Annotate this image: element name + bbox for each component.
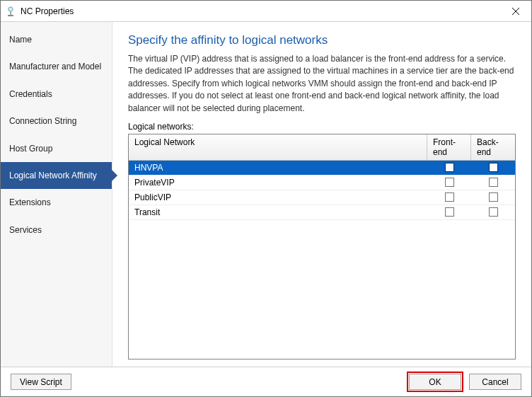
- back-end-checkbox[interactable]: [489, 178, 498, 187]
- window-title: NC Properties: [21, 6, 499, 16]
- sidebar: NameManufacturer and ModelCredentialsCon…: [1, 22, 112, 367]
- back-end-cell: [471, 163, 515, 172]
- app-icon: [5, 6, 16, 17]
- svg-rect-1: [10, 11, 11, 15]
- ok-button[interactable]: OK: [409, 374, 461, 390]
- titlebar: NC Properties: [1, 1, 531, 22]
- grid-header: Logical Network Front-end Back-end: [129, 134, 515, 161]
- sidebar-item-manufacturer-and-model[interactable]: Manufacturer and Model: [1, 53, 112, 80]
- body: NameManufacturer and ModelCredentialsCon…: [1, 22, 531, 367]
- back-end-checkbox[interactable]: [489, 192, 498, 202]
- list-label: Logical networks:: [128, 122, 516, 132]
- col-header-logical-network[interactable]: Logical Network: [129, 134, 427, 160]
- page-description: The virtual IP (VIP) address that is ass…: [128, 53, 516, 115]
- table-row[interactable]: PrivateVIP: [129, 176, 515, 190]
- front-end-checkbox[interactable]: [445, 192, 454, 202]
- sidebar-item-logical-network-affinity[interactable]: Logical Network Affinity: [1, 162, 112, 189]
- table-row[interactable]: HNVPA: [129, 161, 515, 176]
- col-header-front-end[interactable]: Front-end: [427, 134, 471, 160]
- back-end-cell: [471, 178, 515, 187]
- sidebar-item-extensions[interactable]: Extensions: [1, 189, 112, 216]
- row-name: HNVPA: [129, 163, 427, 173]
- svg-rect-2: [8, 15, 13, 16]
- front-end-checkbox[interactable]: [445, 163, 454, 172]
- row-name: PublicVIP: [129, 192, 427, 202]
- back-end-checkbox[interactable]: [489, 163, 498, 172]
- sidebar-item-host-group[interactable]: Host Group: [1, 135, 112, 162]
- sidebar-item-name[interactable]: Name: [1, 26, 112, 53]
- back-end-cell: [471, 192, 515, 202]
- table-row[interactable]: PublicVIP: [129, 190, 515, 205]
- col-header-back-end[interactable]: Back-end: [471, 134, 515, 160]
- back-end-cell: [471, 207, 515, 217]
- cancel-button[interactable]: Cancel: [469, 374, 521, 390]
- front-end-checkbox[interactable]: [445, 178, 454, 187]
- back-end-checkbox[interactable]: [489, 207, 498, 217]
- svg-point-0: [8, 6, 13, 11]
- table-row[interactable]: Transit: [129, 205, 515, 220]
- ok-highlight-ring: OK: [407, 372, 463, 392]
- page-heading: Specify the affinity to logical networks: [128, 33, 516, 47]
- front-end-cell: [427, 192, 471, 202]
- sidebar-item-services[interactable]: Services: [1, 217, 112, 243]
- front-end-checkbox[interactable]: [445, 207, 454, 217]
- front-end-cell: [427, 207, 471, 217]
- sidebar-item-credentials[interactable]: Credentials: [1, 81, 112, 108]
- close-icon: [512, 8, 519, 15]
- footer: View Script OK Cancel: [1, 367, 531, 396]
- grid-body: HNVPAPrivateVIPPublicVIPTransit: [129, 161, 515, 359]
- front-end-cell: [427, 178, 471, 187]
- window-root: NC Properties NameManufacturer and Model…: [0, 0, 532, 397]
- row-name: Transit: [129, 207, 427, 217]
- view-script-button[interactable]: View Script: [11, 374, 71, 390]
- close-button[interactable]: [499, 1, 531, 21]
- logical-networks-grid: Logical Network Front-end Back-end HNVPA…: [128, 134, 516, 359]
- row-name: PrivateVIP: [129, 178, 427, 188]
- main-panel: Specify the affinity to logical networks…: [112, 22, 531, 367]
- sidebar-item-connection-string[interactable]: Connection String: [1, 108, 112, 134]
- front-end-cell: [427, 163, 471, 172]
